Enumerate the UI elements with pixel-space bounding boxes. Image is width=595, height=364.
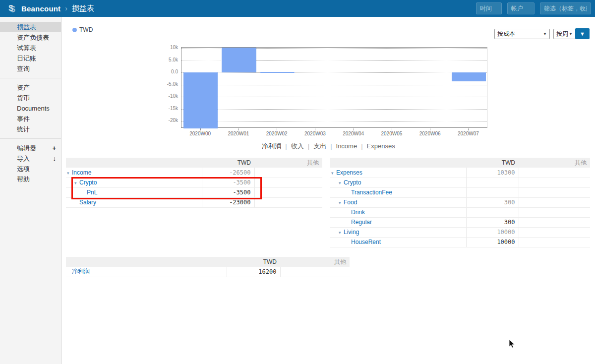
gridline: [181, 109, 487, 110]
tree-toggle-icon[interactable]: ▾: [339, 230, 344, 235]
sidebar-item-选项[interactable]: 选项: [0, 164, 61, 174]
chart-mode-收入[interactable]: 收入: [289, 142, 306, 150]
account-cell: TransactionFee: [330, 187, 466, 197]
tags-filter-input[interactable]: [540, 2, 591, 14]
mode-separator: |: [283, 142, 289, 150]
account-row-Expenses: ▾Expenses10300: [330, 168, 590, 178]
account-cell: 净利润: [66, 267, 227, 277]
x-axis-tick: [315, 128, 315, 130]
x-axis-tick: [277, 128, 277, 130]
sidebar-item-帮助[interactable]: 帮助: [0, 174, 61, 184]
balance-cell-twd: -16200: [227, 267, 280, 277]
sidebar-item-事件[interactable]: 事件: [0, 114, 61, 124]
account-row-净利润: 净利润-16200: [66, 267, 350, 277]
gridline: [181, 121, 487, 121]
account-link-PnL[interactable]: PnL: [87, 189, 97, 196]
balance-cell-twd: -26500: [202, 168, 254, 178]
sidebar-item-Documents[interactable]: Documents: [0, 103, 61, 114]
balance-cell-twd: [466, 207, 519, 217]
sidebar-item-label: 资产负债表: [17, 34, 49, 41]
sidebar-item-label: 试算表: [17, 44, 36, 52]
down-arrow-icon[interactable]: ↓: [53, 153, 57, 164]
account-link-Crypto[interactable]: Crypto: [79, 179, 97, 186]
account-cell: Regular: [330, 217, 466, 227]
sidebar-item-货币[interactable]: 货币: [0, 93, 61, 103]
sidebar-divider: [0, 138, 61, 139]
gridline: [181, 72, 487, 73]
account-column-header: [66, 158, 202, 168]
mode-separator: |: [359, 142, 364, 150]
balance-cell-twd: 10000: [466, 237, 519, 247]
sidebar-item-日记账[interactable]: 日记账: [0, 53, 61, 63]
tree-toggle-icon[interactable]: ▾: [74, 181, 79, 185]
y-axis-tick-label: -5.0k: [151, 81, 178, 87]
filter-bar: [476, 2, 591, 14]
mouse-cursor: [509, 339, 516, 349]
account-link-Living[interactable]: Living: [344, 229, 359, 236]
account-link-净利润[interactable]: 净利润: [72, 268, 90, 275]
sidebar-item-label: 选项: [17, 165, 30, 173]
tree-toggle-icon[interactable]: ▾: [67, 171, 72, 176]
chart-mode-Income[interactable]: Income: [334, 142, 359, 150]
x-axis-tick-label: 2020W01: [221, 131, 256, 136]
sidebar-item-损益表[interactable]: 损益表: [0, 22, 61, 32]
plus-icon[interactable]: +: [52, 143, 56, 153]
currency-column-header: TWD: [227, 257, 280, 267]
bar-2020W02[interactable]: [260, 72, 295, 73]
chart-plot-area: [181, 47, 487, 128]
account-link-Income[interactable]: Income: [72, 169, 91, 176]
currency-column-header: 其他: [519, 158, 590, 168]
sidebar-item-查询[interactable]: 查询: [0, 63, 61, 74]
balance-cell-other: [254, 197, 322, 207]
account-link-Drink[interactable]: Drink: [351, 209, 365, 216]
account-cell: ▾Expenses: [330, 168, 466, 178]
conversion-select[interactable]: ▼ 按成本: [494, 29, 550, 39]
account-cell: Drink: [330, 207, 466, 217]
app-title: Beancount: [21, 4, 60, 13]
mode-separator: |: [306, 142, 311, 150]
net-profit-table: TWD其他净利润-16200: [66, 257, 350, 277]
page-title: 损益表: [72, 4, 94, 13]
tree-toggle-icon[interactable]: ▾: [339, 181, 344, 185]
chart-toggle-button[interactable]: ▼: [575, 28, 590, 39]
bar-2020W07[interactable]: [452, 72, 486, 81]
sidebar-item-试算表[interactable]: 试算表: [0, 43, 61, 53]
interval-select[interactable]: ▼ 按周: [553, 29, 576, 39]
y-axis-tick-label: 0.0: [151, 69, 178, 74]
account-link-Food[interactable]: Food: [344, 199, 357, 206]
sidebar-item-label: 事件: [17, 115, 30, 122]
x-axis-tick-label: 2020W02: [259, 131, 295, 136]
account-cell: HouseRent: [330, 237, 466, 247]
x-axis-tick: [200, 128, 201, 130]
account-link-Expenses[interactable]: Expenses: [336, 169, 362, 176]
account-row-Salary: Salary-23000: [66, 197, 322, 207]
sidebar-item-label: Documents: [17, 105, 50, 112]
sidebar-item-统计[interactable]: 统计: [0, 124, 61, 134]
account-row-Living: ▾Living10000: [330, 227, 590, 237]
account-row-HouseRent: HouseRent10000: [330, 237, 590, 247]
bar-2020W01[interactable]: [222, 48, 256, 72]
chart-mode-净利润[interactable]: 净利润: [260, 142, 283, 150]
account-link-Salary[interactable]: Salary: [79, 199, 96, 206]
sidebar-item-label: 查询: [17, 65, 30, 72]
chart-mode-Expenses[interactable]: Expenses: [365, 142, 397, 150]
tree-toggle-icon[interactable]: ▾: [339, 200, 344, 205]
mode-separator: |: [328, 142, 334, 150]
balance-cell-other: [254, 187, 322, 197]
tree-toggle-icon[interactable]: ▾: [331, 171, 336, 176]
sidebar-item-导入[interactable]: 导入↓: [0, 153, 61, 164]
time-filter-input[interactable]: [476, 2, 502, 14]
account-link-TransactionFee[interactable]: TransactionFee: [351, 189, 392, 196]
balance-cell-twd: [466, 187, 519, 197]
chart-mode-支出[interactable]: 支出: [311, 142, 328, 150]
account-link-HouseRent[interactable]: HouseRent: [351, 239, 381, 245]
account-link-Crypto[interactable]: Crypto: [344, 179, 361, 186]
sidebar-item-编辑器[interactable]: 编辑器+: [0, 143, 61, 153]
account-filter-input[interactable]: [507, 2, 535, 14]
account-cell: PnL: [66, 187, 202, 197]
sidebar-item-资产负债表[interactable]: 资产负债表: [0, 32, 61, 43]
beancount-logo-icon: $: [4, 2, 17, 14]
bar-2020W00[interactable]: [183, 72, 218, 128]
sidebar-item-资产[interactable]: 资产: [0, 82, 61, 93]
account-link-Regular[interactable]: Regular: [351, 219, 372, 226]
